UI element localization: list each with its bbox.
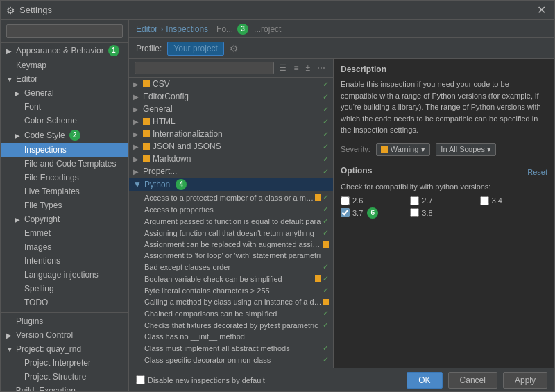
cancel-button[interactable]: Cancel [448, 372, 497, 389]
version-checkbox-26[interactable] [341, 196, 350, 205]
inspection-group-editorconfig[interactable]: ▶ EditorConfig ✓ [129, 90, 333, 103]
version-checkbox-34[interactable] [480, 196, 489, 205]
version-checkbox-38[interactable] [410, 208, 419, 217]
settings-window: ⚙ Settings ✕ ▶ Appearance & Behavior 1 K… [0, 0, 555, 392]
breadcrumb-project-tab[interactable]: ...roject [254, 24, 281, 34]
python-item-15[interactable]: Class specific decorator on non-class ✓ [129, 354, 333, 366]
disable-new-inspections-checkbox[interactable] [136, 375, 145, 384]
severity-indicator [143, 118, 150, 125]
severity-indicator [143, 155, 150, 162]
severity-dropdown[interactable]: Warning ▾ [376, 143, 431, 156]
breadcrumb-editor: Editor [136, 24, 157, 34]
sidebar-search-input[interactable] [6, 24, 123, 38]
check-icon: ✓ [323, 321, 329, 330]
python-item-4[interactable]: Assigning function call that doesn't ret… [129, 227, 333, 239]
bottom-left: Disable new inspections by default [136, 375, 265, 384]
group-label: HTML [153, 117, 176, 126]
sidebar-item-file-encodings[interactable]: File Encodings [1, 171, 128, 185]
sidebar-item-copyright[interactable]: ▶ Copyright [1, 212, 128, 226]
check-icon: ✓ [323, 216, 329, 225]
check-icon: ✓ [323, 193, 329, 202]
check-icon: ✓ [323, 92, 329, 101]
python-item-10[interactable]: Calling a method by class using an insta… [129, 296, 333, 307]
sidebar-item-appearance[interactable]: ▶ Appearance & Behavior 1 [1, 43, 128, 58]
sidebar-item-code-style[interactable]: ▶ Code Style 2 [1, 128, 128, 143]
item-label: Access to a protected member of a class … [144, 194, 315, 202]
check-icon: ✓ [323, 130, 329, 139]
sidebar-item-lang-injections[interactable]: Language injections [1, 268, 128, 282]
sidebar-item-label: General [24, 88, 54, 98]
group-label: JSON and JSONS [153, 142, 221, 151]
sidebar-item-label: Font [24, 102, 41, 112]
inspection-group-json[interactable]: ▶ JSON and JSONS ✓ [129, 140, 333, 153]
python-item-13[interactable]: Class has no __init__ method [129, 331, 333, 342]
chevron-down-icon: ▾ [421, 145, 425, 154]
sidebar-item-label: Code Style [24, 130, 65, 140]
more-button[interactable]: ⋯ [315, 62, 327, 74]
sidebar-item-file-types[interactable]: File Types [1, 198, 128, 212]
collapse-button[interactable]: ± [303, 62, 312, 74]
sidebar-item-keymap[interactable]: Keymap [1, 58, 128, 72]
inspection-search-input[interactable] [135, 62, 274, 74]
inspection-group-markdown[interactable]: ▶ Markdown ✓ [129, 153, 333, 165]
sidebar-item-project[interactable]: ▼ Project: quay_rnd [1, 342, 128, 356]
inspection-group-html[interactable]: ▶ HTML ✓ [129, 115, 333, 128]
python-item-3[interactable]: Argument passed to function is equal to … [129, 215, 333, 227]
version-checkbox-27[interactable] [410, 196, 419, 205]
check-icon: ✓ [323, 309, 329, 318]
sidebar-item-file-code-templates[interactable]: File and Code Templates [1, 157, 128, 171]
sidebar-item-emmet[interactable]: Emmet [1, 226, 128, 240]
filter-button[interactable]: ☰ [277, 62, 289, 74]
sidebar-item-font[interactable]: Font [1, 100, 128, 114]
item-label: Class must implement all abstract method… [144, 344, 290, 352]
python-item-7[interactable]: Bad except clauses order ✓ [129, 261, 333, 273]
python-item-1[interactable]: Access to a protected member of a class … [129, 191, 333, 203]
sidebar-item-project-interpreter[interactable]: Project Interpreter [1, 356, 128, 370]
sidebar-item-label: Version Control [16, 330, 73, 340]
ok-button[interactable]: OK [407, 372, 442, 389]
check-icon: ✓ [323, 286, 329, 295]
title-bar: ⚙ Settings ✕ [1, 1, 554, 20]
python-item-14[interactable]: Class must implement all abstract method… [129, 342, 333, 354]
version-checkbox-37[interactable] [341, 208, 350, 217]
inspection-group-general[interactable]: ▶ General ✓ [129, 103, 333, 115]
sidebar-item-inspections[interactable]: Inspections [1, 143, 128, 157]
sidebar-item-build-execution[interactable]: ▶ Build, Execution, Deployment [1, 384, 128, 391]
sidebar-item-editor[interactable]: ▼ Editor [1, 72, 128, 86]
profile-value[interactable]: Your project [167, 42, 224, 56]
sidebar-item-live-templates[interactable]: Live Templates [1, 185, 128, 198]
sidebar-item-label: Spelling [24, 284, 54, 293]
inspection-group-csv[interactable]: ▶ CSV ✓ [129, 78, 333, 90]
sidebar-item-images[interactable]: Images [1, 240, 128, 254]
apply-button[interactable]: Apply [503, 372, 547, 389]
sidebar-item-intentions[interactable]: Intentions [1, 254, 128, 268]
close-button[interactable]: ✕ [534, 3, 549, 17]
description-panel: Description Enable this inspection if yo… [334, 59, 554, 368]
expand-button[interactable]: ≡ [291, 62, 300, 74]
sidebar-item-project-structure[interactable]: Project Structure [1, 370, 128, 384]
bottom-right: OK Cancel Apply [407, 372, 547, 389]
item-label: Calling a method by class using an insta… [144, 298, 323, 306]
inspection-group-intl[interactable]: ▶ Internationalization ✓ [129, 128, 333, 140]
profile-gear-icon[interactable]: ⚙ [230, 43, 239, 54]
reset-link[interactable]: Reset [527, 168, 547, 176]
sidebar-item-general[interactable]: ▶ General [1, 86, 128, 100]
arrow-icon: ▶ [133, 143, 140, 151]
sidebar-item-spelling[interactable]: Spelling [1, 282, 128, 296]
python-item-2[interactable]: Access to properties ✓ [129, 203, 333, 215]
sidebar-item-color-scheme[interactable]: Color Scheme [1, 114, 128, 128]
sidebar-item-plugins[interactable]: Plugins [1, 312, 128, 328]
python-item-12[interactable]: Checks that fixtures decorated by pytest… [129, 319, 333, 331]
inspection-group-properties[interactable]: ▶ Propert... ✓ [129, 165, 333, 178]
scope-dropdown[interactable]: In All Scopes ▾ [436, 143, 496, 156]
sidebar-item-version-control[interactable]: ▶ Version Control [1, 328, 128, 342]
sidebar-item-todo[interactable]: TODO [1, 296, 128, 309]
python-item-11[interactable]: Chained comparisons can be simplified ✓ [129, 307, 333, 319]
python-item-6[interactable]: Assignment to 'for loop' or 'with' state… [129, 250, 333, 261]
inspection-group-python[interactable]: ▼ Python 4 [129, 178, 333, 191]
version-label-37: 3.7 [352, 209, 363, 217]
python-item-9[interactable]: Byte literal contains characters > 255 ✓ [129, 284, 333, 296]
python-item-8[interactable]: Boolean variable check can be simplified… [129, 273, 333, 284]
python-item-5[interactable]: Assignment can be replaced with augmente… [129, 239, 333, 250]
breadcrumb-font-tab[interactable]: Fo... [216, 24, 233, 34]
